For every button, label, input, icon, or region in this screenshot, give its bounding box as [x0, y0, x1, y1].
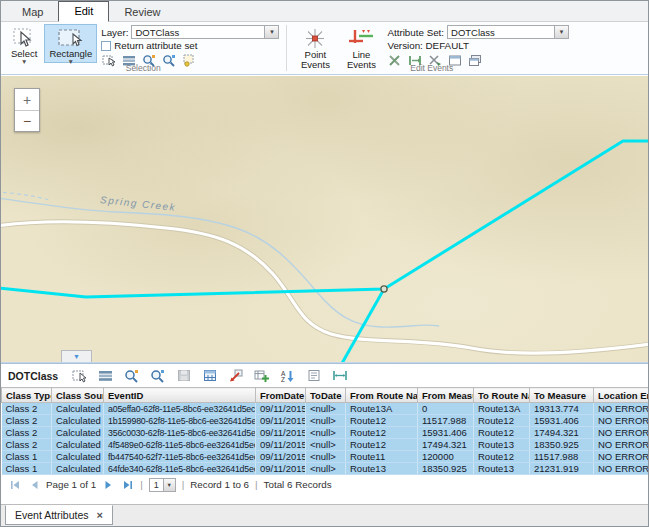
table-cell: Calculated — [52, 427, 104, 439]
version-text: Version: DEFAULT — [387, 40, 469, 51]
select-records-icon[interactable] — [70, 367, 89, 384]
table-cell: <null> — [306, 451, 346, 463]
event-table: Class TypeClass SourceEventIDFromDateToD… — [1, 387, 649, 475]
table-cell: Route13A — [346, 403, 418, 415]
pan-to-selected-icon[interactable] — [148, 367, 167, 384]
chevron-down-icon[interactable]: ▼ — [554, 26, 568, 38]
add-record-icon[interactable] — [252, 367, 271, 384]
point-events-button[interactable]: Point Events — [293, 24, 337, 63]
svg-text:Z: Z — [281, 376, 285, 383]
panel-toolbar: DOTClass AZ — [1, 364, 648, 387]
tab-review[interactable]: Review — [109, 3, 175, 22]
zoom-in-button[interactable]: + — [15, 89, 39, 110]
table-cell: <null> — [306, 415, 346, 427]
table-row[interactable]: Class 1Calculatedfb447540-62f7-11e5-8bc6… — [2, 451, 649, 463]
prev-page-button[interactable] — [27, 479, 40, 491]
attribute-set-value: DOTClass — [448, 27, 554, 38]
tab-map[interactable]: Map — [7, 3, 58, 22]
close-icon[interactable]: × — [97, 510, 103, 520]
column-header[interactable]: Class Source — [52, 388, 104, 403]
column-header[interactable]: EventID — [104, 388, 256, 403]
table-cell: Calculated — [52, 451, 104, 463]
chevron-down-icon[interactable]: ▼ — [264, 26, 278, 38]
save-icon[interactable] — [174, 367, 193, 384]
map-canvas[interactable]: Spring Creek + − ▼ — [1, 76, 648, 362]
layer-dropdown[interactable]: DOTClass ▼ — [131, 25, 279, 39]
column-header[interactable]: To Route Name — [474, 388, 530, 403]
column-header[interactable]: From Measure — [418, 388, 474, 403]
remove-selected-icon[interactable] — [226, 367, 245, 384]
table-cell: 18350.925 — [530, 439, 594, 451]
next-page-button[interactable] — [102, 479, 115, 491]
table-row[interactable]: Class 1Calculated64fde340-62f8-11e5-8bc6… — [2, 463, 649, 475]
attribute-set-dropdown[interactable]: DOTClass ▼ — [447, 25, 569, 39]
bottom-tabbar: Event Attributes × — [1, 504, 648, 526]
table-cell: Calculated — [52, 403, 104, 415]
tab-edit[interactable]: Edit — [58, 1, 109, 22]
creek-line-upper — [1, 192, 49, 200]
last-page-button[interactable] — [121, 479, 134, 491]
table-cell: NO ERROR — [594, 403, 649, 415]
table-cell: fb447540-62f7-11e5-8bc6-ee32641d5ec9 — [104, 451, 256, 463]
table-cell: 09/11/2015 — [256, 403, 306, 415]
zoom-to-selected-icon[interactable] — [122, 367, 141, 384]
event-editor-window: Map Edit Review Select ▼ Rectangle ▼ — [0, 0, 649, 527]
column-header[interactable]: Class Type — [2, 388, 52, 403]
table-cell: Route12 — [474, 451, 530, 463]
column-header[interactable]: FromDate — [256, 388, 306, 403]
record-range-text: Record 1 to 6 — [190, 479, 249, 490]
table-cell: 64fde340-62f8-11e5-8bc6-ee32641d5ec9 — [104, 463, 256, 475]
panel-collapse-button[interactable]: ▼ — [61, 350, 92, 362]
chevron-down-icon[interactable]: ▼ — [163, 479, 175, 491]
pagination-bar: Page 1 of 1 | 1 ▼ | Record 1 to 6 | Tota… — [1, 475, 648, 494]
table-cell: Class 1 — [2, 463, 52, 475]
map-zoom-control: + − — [14, 88, 40, 132]
zoom-out-button[interactable]: − — [15, 110, 39, 131]
selection-options-stack: Layer: DOTClass ▼ Return attribute set — [98, 23, 281, 64]
route-junction-marker — [381, 286, 387, 292]
first-page-button[interactable] — [8, 479, 21, 491]
table-row[interactable]: Class 2Calculated1b159980-62f8-11e5-8bc6… — [2, 415, 649, 427]
rectangle-tool-button[interactable]: Rectangle ▼ — [44, 24, 97, 63]
table-cell: 0 — [418, 403, 474, 415]
return-attribute-set-checkbox[interactable] — [101, 41, 111, 51]
route-line-main — [1, 141, 648, 297]
tab-event-attributes[interactable]: Event Attributes × — [5, 505, 113, 525]
measure-icon[interactable] — [330, 367, 349, 384]
sort-icon[interactable]: AZ — [278, 367, 297, 384]
table-row[interactable]: Class 2Calculated356c0030-62f8-11e5-8bc6… — [2, 427, 649, 439]
selection-list-icon[interactable] — [96, 367, 115, 384]
column-header[interactable]: From Route Name — [346, 388, 418, 403]
table-cell: Calculated — [52, 415, 104, 427]
rectangle-marquee-icon — [56, 27, 86, 49]
page-number-dropdown[interactable]: 1 ▼ — [149, 478, 176, 492]
table-cell: 09/11/2015 — [256, 439, 306, 451]
table-cell: <null> — [306, 439, 346, 451]
road-casing — [1, 222, 648, 354]
table-cell: a05effa0-62f8-11e5-8bc6-ee32641d5ec9 — [104, 403, 256, 415]
table-header-row: Class TypeClass SourceEventIDFromDateToD… — [2, 388, 649, 403]
column-header[interactable]: ToDate — [306, 388, 346, 403]
table-cell: 09/11/2015 — [256, 451, 306, 463]
table-cell: Route13 — [474, 439, 530, 451]
table-cell: Class 2 — [2, 415, 52, 427]
column-header[interactable]: Location Error — [594, 388, 649, 403]
line-events-button[interactable]: Line Events — [339, 24, 383, 63]
table-cell: 17494.321 — [418, 439, 474, 451]
table-cell: Calculated — [52, 439, 104, 451]
calculate-icon[interactable] — [200, 367, 219, 384]
ribbon-body: Select ▼ Rectangle ▼ Layer: DOTClass ▼ — [1, 22, 648, 75]
table-cell: Route13A — [474, 403, 530, 415]
event-panel: DOTClass AZ Class TypeClass SourceEventI… — [1, 362, 648, 526]
attribute-form-icon[interactable] — [304, 367, 323, 384]
attribute-set-label: Attribute Set: — [387, 27, 444, 38]
panel-title: DOTClass — [8, 370, 58, 382]
event-attributes-tab-label: Event Attributes — [15, 509, 89, 521]
table-cell: 1b159980-62f8-11e5-8bc6-ee32641d5ec9 — [104, 415, 256, 427]
select-tool-button[interactable]: Select ▼ — [6, 24, 42, 63]
table-cell: 4f5489e0-62f8-11e5-8bc6-ee32641d5ec9 — [104, 439, 256, 451]
table-row[interactable]: Class 2Calculateda05effa0-62f8-11e5-8bc6… — [2, 403, 649, 415]
column-header[interactable]: To Measure — [530, 388, 594, 403]
table-row[interactable]: Class 2Calculated4f5489e0-62f8-11e5-8bc6… — [2, 439, 649, 451]
total-records-text: Total 6 Records — [264, 479, 332, 490]
